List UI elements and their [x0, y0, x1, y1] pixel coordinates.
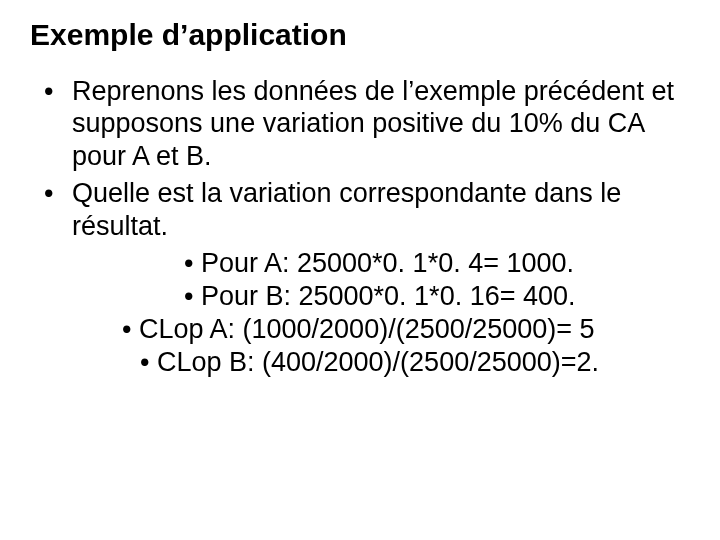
bullet-list: Reprenons les données de l’exemple précé…	[30, 75, 690, 379]
bullet-item-2: Quelle est la variation correspondante d…	[44, 177, 690, 379]
bullet-text-2: Quelle est la variation correspondante d…	[72, 178, 621, 241]
sub-bullet-clop-b: • CLop B: (400/2000)/(2500/25000)=2.	[72, 346, 690, 379]
slide-title: Exemple d’application	[30, 18, 690, 53]
sub-bullet-group: • Pour A: 25000*0. 1*0. 4= 1000. • Pour …	[72, 247, 690, 379]
bullet-item-1: Reprenons les données de l’exemple précé…	[44, 75, 690, 174]
bullet-text-1: Reprenons les données de l’exemple précé…	[72, 76, 674, 172]
sub-bullet-pour-b: • Pour B: 25000*0. 1*0. 16= 400.	[72, 280, 690, 313]
sub-bullet-pour-a: • Pour A: 25000*0. 1*0. 4= 1000.	[72, 247, 690, 280]
sub-bullet-clop-a: • CLop A: (1000/2000)/(2500/25000)= 5	[72, 313, 690, 346]
slide: Exemple d’application Reprenons les donn…	[0, 0, 720, 540]
